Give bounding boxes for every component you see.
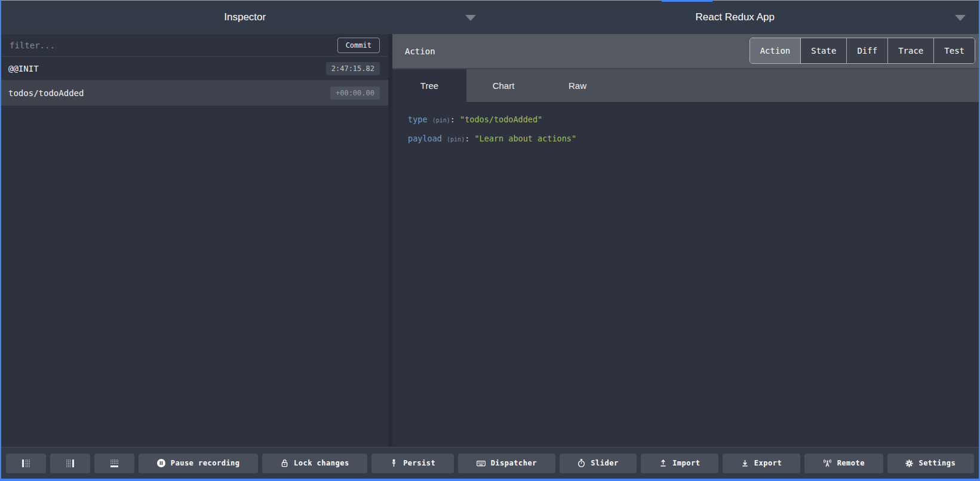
- filter-input[interactable]: [8, 40, 337, 51]
- tree-node[interactable]: payload (pin): "Learn about actions": [408, 130, 980, 149]
- action-name: todos/todoAdded: [8, 88, 84, 98]
- subtab-tree[interactable]: Tree: [392, 69, 466, 102]
- instance-selector[interactable]: React Redux App: [490, 1, 980, 34]
- import-icon: [659, 459, 667, 467]
- pause-recording-button[interactable]: Pause recording: [139, 454, 258, 473]
- instance-selector-title: React Redux App: [696, 11, 775, 23]
- subtab-chart[interactable]: Chart: [466, 69, 540, 102]
- window-left-border: [0, 0, 1, 481]
- toolbar-button-label: Settings: [918, 459, 956, 467]
- remote-icon: [823, 459, 832, 467]
- detail-tab-group: ActionStateDiffTraceTest: [749, 38, 975, 64]
- detail-header-title: Action: [405, 47, 435, 56]
- tab-diff[interactable]: Diff: [847, 38, 888, 63]
- keyboard-icon: [477, 460, 486, 467]
- tab-trace[interactable]: Trace: [888, 38, 934, 63]
- main-area: Commit @@INIT2:47:15.82todos/todoAdded+0…: [0, 34, 980, 446]
- action-timestamp: 2:47:15.82: [326, 62, 380, 75]
- tree-node-key: payload: [408, 134, 442, 143]
- toolbar-button-label: Export: [754, 459, 782, 467]
- settings-icon: [905, 460, 913, 467]
- layout-dock-bottom-button[interactable]: [94, 454, 134, 473]
- dock-left-icon: [22, 460, 30, 467]
- toolbar-button-label: Persist: [403, 459, 435, 467]
- lock-icon: [281, 459, 288, 467]
- window-top-border: [0, 0, 980, 1]
- toolbar-button-label: Dispatcher: [491, 459, 537, 467]
- slider-button[interactable]: Slider: [560, 454, 637, 473]
- persist-button[interactable]: Persist: [371, 454, 454, 473]
- tree-node[interactable]: type (pin): "todos/todoAdded": [408, 110, 980, 130]
- top-blue-indicator: [662, 0, 712, 2]
- toolbar-button-label: Pause recording: [171, 459, 240, 467]
- dock-bottom-icon: [110, 460, 118, 467]
- lock-changes-button[interactable]: Lock changes: [262, 454, 367, 473]
- chevron-down-icon: [465, 15, 476, 21]
- layout-dock-left-button[interactable]: [6, 454, 46, 473]
- pin-icon: [390, 459, 398, 467]
- view-mode-tabs: TreeChartRaw: [392, 68, 980, 102]
- export-button[interactable]: Export: [723, 454, 800, 473]
- toolbar-button-label: Remote: [837, 459, 865, 467]
- remote-button[interactable]: Remote: [804, 454, 883, 473]
- dispatcher-button[interactable]: Dispatcher: [458, 454, 555, 473]
- tab-test[interactable]: Test: [934, 38, 975, 63]
- inspector-detail-panel: Action ActionStateDiffTraceTest TreeChar…: [392, 34, 980, 446]
- filter-row: Commit: [0, 34, 388, 57]
- tree-node-colon: :: [450, 115, 455, 124]
- monitor-selector-title: Inspector: [224, 11, 266, 23]
- commit-button[interactable]: Commit: [337, 38, 380, 53]
- action-name: @@INIT: [8, 64, 39, 73]
- action-log-panel: Commit @@INIT2:47:15.82todos/todoAdded+0…: [0, 34, 388, 446]
- action-list-item[interactable]: @@INIT2:47:15.82: [0, 57, 388, 81]
- bottom-toolbar: Pause recordingLock changesPersistDispat…: [0, 447, 980, 479]
- toolbar-button-label: Slider: [591, 459, 618, 467]
- detail-header: Action ActionStateDiffTraceTest: [392, 34, 980, 68]
- tree-node-colon: :: [465, 134, 469, 143]
- layout-dock-right-button[interactable]: [50, 454, 90, 473]
- action-list-item[interactable]: todos/todoAdded+00:00.00: [0, 81, 388, 106]
- action-timestamp: +00:00.00: [330, 87, 380, 100]
- tab-state[interactable]: State: [801, 38, 847, 63]
- redux-devtools-window: { "header": { "left_title": "Inspector",…: [0, 0, 980, 481]
- tree-node-value: "todos/todoAdded": [460, 115, 542, 124]
- action-list: @@INIT2:47:15.82todos/todoAdded+00:00.00: [0, 57, 388, 106]
- stopwatch-icon: [577, 459, 585, 467]
- dock-right-icon: [66, 460, 74, 467]
- action-tree-view: type (pin): "todos/todoAdded"payload (pi…: [392, 102, 980, 446]
- chevron-down-icon: [955, 15, 966, 21]
- monitor-selector[interactable]: Inspector: [0, 1, 490, 34]
- import-button[interactable]: Import: [641, 454, 718, 473]
- toolbar-button-label: Lock changes: [294, 459, 349, 467]
- tree-node-key: type: [408, 115, 428, 124]
- pause-icon: [157, 459, 165, 467]
- window-bottom-border: [0, 479, 980, 481]
- settings-button[interactable]: Settings: [887, 454, 974, 473]
- tree-node-pin[interactable]: (pin): [432, 117, 450, 124]
- subtab-raw[interactable]: Raw: [540, 69, 615, 102]
- tree-node-pin[interactable]: (pin): [447, 136, 465, 143]
- toolbar-button-label: Import: [672, 459, 700, 467]
- panel-resize-handle[interactable]: [388, 34, 392, 446]
- tree-node-value: "Learn about actions": [474, 134, 576, 143]
- tab-action[interactable]: Action: [750, 38, 801, 63]
- top-header: Inspector React Redux App: [0, 1, 980, 34]
- export-icon: [741, 459, 749, 467]
